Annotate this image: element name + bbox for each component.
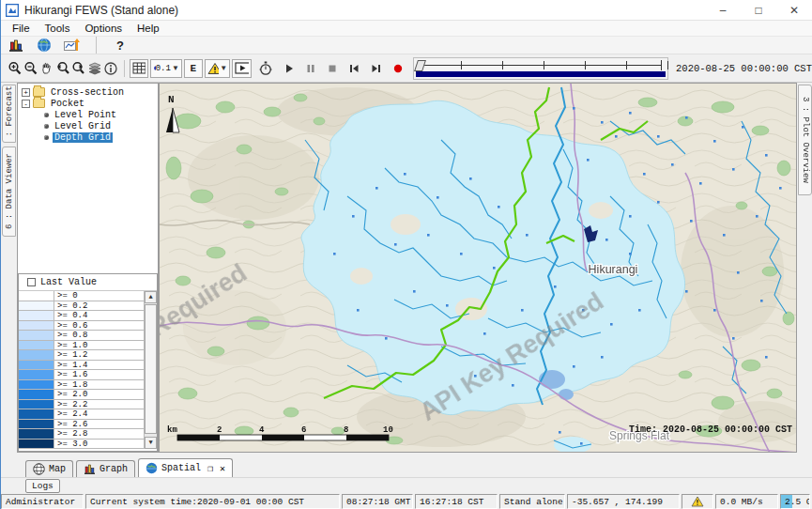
interval-value: 0.1 [156, 64, 171, 73]
minimize-button[interactable]: – [705, 0, 741, 20]
legend-panel: Last Value >= 0 >= 0.2 >= 0.4 >= 0.6 >= … [18, 273, 158, 452]
animation-panel-button[interactable] [232, 59, 252, 78]
chevron-down-icon: ▼ [220, 64, 227, 72]
grid-toggle-button[interactable] [130, 59, 148, 78]
close-button[interactable]: ✕ [776, 0, 812, 20]
collapse-icon[interactable]: - [22, 100, 30, 108]
svg-text:2: 2 [217, 425, 222, 435]
map-svg: API Key Required API Key Required Hikura… [160, 84, 797, 453]
globe-icon [146, 462, 158, 474]
scroll-down-icon[interactable]: ▼ [145, 437, 157, 449]
tab-close-icon[interactable]: ✕ [220, 463, 225, 474]
time-slider[interactable] [413, 57, 668, 80]
maximize-button[interactable]: □ [741, 0, 776, 20]
legend-header: Last Value [19, 274, 157, 291]
help-button[interactable]: ? [111, 36, 130, 54]
tab-spatial[interactable]: Spatial ❐ ✕ [138, 458, 233, 477]
step-forward-icon [370, 62, 383, 75]
status-local-time: 16:27:18 CST [415, 494, 498, 509]
color-swatch [19, 380, 54, 390]
zoom-next-button[interactable] [70, 59, 86, 78]
database-explorer-button[interactable] [7, 36, 25, 54]
legend-row: >= 0.6 [19, 321, 144, 332]
profile-button[interactable]: E [184, 59, 203, 78]
tab-maximize-icon[interactable]: ❐ [207, 463, 213, 474]
menu-options[interactable]: Options [77, 23, 130, 34]
color-swatch [19, 301, 54, 311]
scroll-up-icon[interactable]: ▲ [145, 291, 157, 303]
play-icon [283, 62, 296, 75]
scrollbar-thumb[interactable] [145, 304, 157, 434]
spatial-display-button[interactable] [35, 36, 54, 54]
menu-file[interactable]: File [5, 23, 38, 34]
legend-row: >= 2.8 [19, 429, 144, 440]
zoom-in-icon [8, 61, 23, 76]
last-value-checkbox[interactable] [27, 278, 36, 286]
app-window: Hikurangi FEWS (Stand alone) – □ ✕ File … [0, 0, 812, 509]
slider-thumb[interactable] [414, 60, 426, 71]
tree-item-pocket[interactable]: - Pocket [18, 98, 158, 109]
tab-plot-overview[interactable]: 3 : Plot Overview [798, 85, 812, 195]
legend-row: >= 2.4 [19, 409, 144, 420]
color-swatch [19, 429, 54, 439]
svg-text:km: km [167, 425, 177, 435]
record-button[interactable] [390, 59, 406, 78]
contour-interval-dropdown[interactable]: 0.1 ▼ [150, 59, 181, 78]
tree-item-level-point[interactable]: Level Point [18, 109, 158, 120]
tab-forecasts[interactable]: 5 : Forecasts [2, 85, 16, 143]
layers-button[interactable] [86, 59, 102, 78]
zoom-in-button[interactable] [7, 59, 23, 78]
stop-button[interactable] [325, 59, 341, 78]
zoom-out-icon [23, 61, 38, 76]
map-canvas[interactable]: API Key Required API Key Required Hikura… [159, 83, 797, 453]
layer-tree: + Cross-section - Pocket Level Point Lev… [18, 84, 158, 271]
legend-row: >= 1.4 [19, 361, 144, 371]
thresholds-dropdown[interactable]: ▼ [205, 59, 230, 78]
tree-item-depth-grid[interactable]: Depth Grid [18, 131, 158, 143]
color-swatch [19, 291, 54, 301]
menu-tools[interactable]: Tools [38, 23, 78, 34]
zoom-previous-button[interactable] [54, 59, 70, 78]
stopwatch-icon [258, 61, 273, 76]
town-label: Hikurangi [589, 263, 638, 276]
color-swatch [19, 390, 54, 399]
zoom-previous-icon [55, 61, 70, 76]
color-swatch [19, 331, 54, 340]
bar-chart-icon [84, 463, 96, 475]
main-area: 5 : Forecasts 6 : Data Viewer + Cross-se… [1, 83, 812, 457]
color-swatch [19, 350, 54, 360]
color-swatch [19, 361, 54, 370]
zoom-out-button[interactable] [23, 59, 38, 78]
color-swatch [19, 311, 54, 320]
step-back-button[interactable] [346, 59, 362, 78]
tree-item-level-grid[interactable]: Level Grid [18, 120, 158, 131]
info-button[interactable] [102, 59, 118, 78]
logs-button[interactable]: Logs [25, 479, 60, 493]
timeseries-button[interactable] [63, 36, 82, 54]
tab-data-viewer[interactable]: 6 : Data Viewer [2, 147, 16, 237]
folder-icon [33, 99, 45, 108]
status-alert-cell[interactable] [682, 494, 713, 509]
expand-icon[interactable]: + [22, 88, 30, 97]
chevron-down-icon: ▼ [172, 64, 179, 72]
pan-button[interactable] [38, 59, 54, 78]
legend-row: >= 0 [19, 291, 144, 301]
legend-row: >= 2.2 [19, 400, 144, 410]
svg-text:6: 6 [301, 425, 306, 435]
logs-bar: Logs [1, 477, 812, 494]
pause-button[interactable] [303, 59, 319, 78]
play-button[interactable] [282, 59, 298, 78]
tab-map[interactable]: Map [25, 460, 73, 477]
step-forward-button[interactable] [368, 59, 384, 78]
grid-icon [132, 62, 146, 74]
hand-icon [39, 61, 54, 76]
globe-icon [37, 38, 52, 53]
legend-table: >= 0 >= 0.2 >= 0.4 >= 0.6 >= 0.8 >= 1.0 … [19, 291, 157, 449]
tab-graph[interactable]: Graph [76, 460, 135, 477]
color-swatch [19, 400, 54, 409]
menu-help[interactable]: Help [130, 23, 167, 34]
status-user: Administrator [1, 494, 84, 509]
legend-scrollbar[interactable]: ▲ ▼ [144, 291, 157, 449]
animation-settings-button[interactable] [258, 59, 274, 78]
toolbar-separator [124, 60, 125, 77]
